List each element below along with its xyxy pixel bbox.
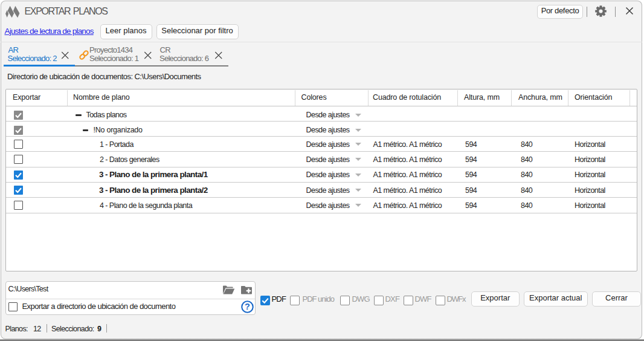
svg-text:?: ? (245, 302, 250, 311)
